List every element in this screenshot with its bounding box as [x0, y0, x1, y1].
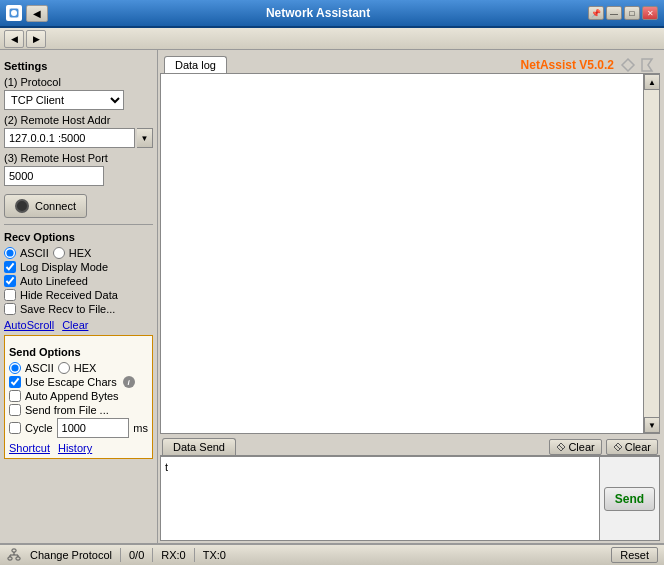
send-options-label: Send Options [9, 346, 148, 358]
cycle-input[interactable] [57, 418, 130, 438]
title-bar-left: ◀ [6, 5, 48, 22]
use-escape-label: Use Escape Chars [25, 376, 117, 388]
send-ascii-radio[interactable] [9, 362, 21, 374]
log-scrollbar[interactable]: ▲ ▼ [643, 74, 659, 433]
send-encoding-row: ASCII HEX [9, 362, 148, 374]
send-from-file-checkbox[interactable] [9, 404, 21, 416]
toolbar-btn-1[interactable]: ◀ [4, 30, 24, 48]
minimize-button[interactable]: — [606, 6, 622, 20]
data-log-tab[interactable]: Data log [164, 56, 227, 73]
save-recv-label: Save Recv to File... [20, 303, 115, 315]
auto-append-checkbox[interactable] [9, 390, 21, 402]
recv-links: AutoScroll Clear [4, 319, 153, 331]
send-content-area: t Send [160, 456, 660, 541]
history-link[interactable]: History [58, 442, 92, 454]
scroll-track[interactable] [644, 90, 659, 417]
status-div-1 [120, 548, 121, 562]
menu-button[interactable]: ◀ [26, 5, 48, 22]
remote-host-row: ▼ [4, 128, 153, 148]
flag-icon [640, 57, 656, 73]
connect-button[interactable]: Connect [4, 194, 87, 218]
log-display-label: Log Display Mode [20, 261, 108, 273]
log-display-checkbox[interactable] [4, 261, 16, 273]
app-icon [6, 5, 22, 21]
window-controls: 📌 — □ ✕ [588, 6, 658, 20]
remote-host-input[interactable] [4, 128, 135, 148]
recv-encoding-row: ASCII HEX [4, 247, 153, 259]
send-hex-radio[interactable] [58, 362, 70, 374]
tab-bar-right: NetAssist V5.0.2 [521, 57, 656, 73]
pin-button[interactable]: 📌 [588, 6, 604, 20]
remote-host-label: (2) Remote Host Addr [4, 114, 153, 126]
toolbar: ◀ ▶ [0, 28, 664, 50]
status-bar: Change Protocol 0/0 RX:0 TX:0 Reset [0, 543, 664, 565]
send-hex-label: HEX [74, 362, 97, 374]
brand-label: NetAssist V5.0.2 [521, 58, 614, 72]
connect-indicator [15, 199, 29, 213]
recv-clear-link[interactable]: Clear [62, 319, 88, 331]
protocol-label: (1) Protocol [4, 76, 153, 88]
recv-ascii-label: ASCII [20, 247, 49, 259]
send-from-file-row: Send from File ... [9, 404, 148, 416]
left-panel: Settings (1) Protocol TCP Client TCP Ser… [0, 50, 158, 543]
hide-received-row: Hide Received Data [4, 289, 153, 301]
reset-button[interactable]: Reset [611, 547, 658, 563]
remote-port-label: (3) Remote Host Port [4, 152, 153, 164]
auto-linefeed-row: Auto Linefeed [4, 275, 153, 287]
window-title: Network Assistant [48, 6, 588, 20]
autoscroll-link[interactable]: AutoScroll [4, 319, 54, 331]
send-clear-label-2: Clear [625, 441, 651, 453]
status-div-2 [152, 548, 153, 562]
data-send-tab[interactable]: Data Send [162, 438, 236, 455]
host-dropdown-arrow[interactable]: ▼ [137, 128, 153, 148]
cycle-label: Cycle [25, 422, 53, 434]
maximize-button[interactable]: □ [624, 6, 640, 20]
tab-icons [620, 57, 656, 73]
right-panel: Data log NetAssist V5.0.2 [158, 50, 664, 543]
counter-value: 0/0 [129, 549, 144, 561]
recv-options-label: Recv Options [4, 231, 153, 243]
settings-label: Settings [4, 60, 153, 72]
info-icon[interactable]: i [123, 376, 135, 388]
send-links: Shortcut History [9, 442, 148, 454]
recv-hex-radio[interactable] [53, 247, 65, 259]
send-clear-label-1: Clear [568, 441, 594, 453]
auto-linefeed-label: Auto Linefeed [20, 275, 88, 287]
scroll-up-btn[interactable]: ▲ [644, 74, 660, 90]
network-icon [6, 547, 22, 563]
change-protocol-label: Change Protocol [30, 549, 112, 561]
status-div-3 [194, 548, 195, 562]
auto-append-row: Auto Append Bytes [9, 390, 148, 402]
main-container: Settings (1) Protocol TCP Client TCP Ser… [0, 50, 664, 543]
log-text [161, 74, 659, 407]
cycle-row: Cycle ms [9, 418, 148, 438]
protocol-select[interactable]: TCP Client TCP Server UDP [4, 90, 124, 110]
shortcut-link[interactable]: Shortcut [9, 442, 50, 454]
close-button[interactable]: ✕ [642, 6, 658, 20]
recv-ascii-radio[interactable] [4, 247, 16, 259]
toolbar-btn-2[interactable]: ▶ [26, 30, 46, 48]
title-bar: ◀ Network Assistant 📌 — □ ✕ [0, 0, 664, 28]
send-button[interactable]: Send [604, 487, 655, 511]
send-options-box: Send Options ASCII HEX Use Escape Chars … [4, 335, 153, 459]
data-log-tab-bar: Data log NetAssist V5.0.2 [160, 54, 660, 74]
hide-received-checkbox[interactable] [4, 289, 16, 301]
use-escape-row: Use Escape Chars i [9, 376, 148, 388]
svg-line-5 [616, 445, 620, 449]
remote-port-input[interactable] [4, 166, 104, 186]
cycle-checkbox[interactable] [9, 422, 21, 434]
data-log-content: ▲ ▼ [160, 74, 660, 434]
data-log-section: Data log NetAssist V5.0.2 [160, 54, 660, 434]
cycle-unit: ms [133, 422, 148, 434]
svg-point-1 [11, 10, 17, 16]
recv-hex-label: HEX [69, 247, 92, 259]
scroll-down-btn[interactable]: ▼ [644, 417, 660, 433]
send-clear-btn-2[interactable]: Clear [606, 439, 658, 455]
divider-1 [4, 224, 153, 225]
send-button-area: Send [599, 457, 659, 540]
send-clear-btn-1[interactable]: Clear [549, 439, 601, 455]
use-escape-checkbox[interactable] [9, 376, 21, 388]
send-input-area[interactable]: t [161, 457, 599, 540]
save-recv-checkbox[interactable] [4, 303, 16, 315]
auto-linefeed-checkbox[interactable] [4, 275, 16, 287]
